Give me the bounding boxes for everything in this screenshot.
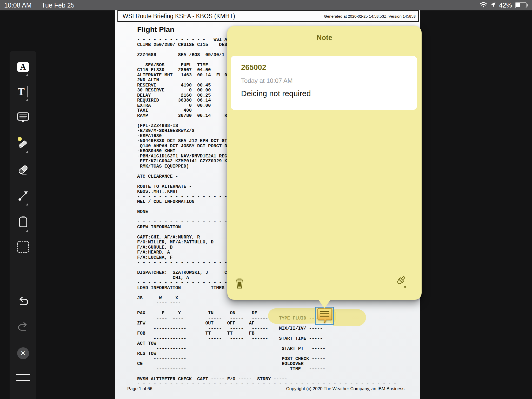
flight-plan-heading: Flight Plan <box>137 25 174 34</box>
submenu-indicator <box>26 229 28 232</box>
popup-tail <box>318 299 331 309</box>
redo-icon <box>17 322 29 333</box>
status-time: 10:08 AM <box>4 2 32 9</box>
clipboard-icon <box>17 215 29 229</box>
note-tool-icon <box>17 112 29 125</box>
battery-nub <box>527 4 528 6</box>
eraser-icon <box>17 164 30 177</box>
note-text: Deicing not required <box>241 89 311 98</box>
undo-icon <box>17 296 29 308</box>
redo-button[interactable] <box>10 320 36 335</box>
battery-percent: 42% <box>499 2 512 9</box>
eraser-tool[interactable] <box>10 163 36 177</box>
document-header: WSI Route Briefing KSEA - KBOS (KMHT) Ge… <box>117 10 419 22</box>
note-tool[interactable] <box>10 111 36 125</box>
note-card[interactable]: 265002 Today at 10:07 AM Deicing not req… <box>231 56 417 110</box>
selection-icon <box>17 241 29 253</box>
wifi-icon <box>480 2 487 9</box>
delete-note-button[interactable] <box>234 277 245 290</box>
note-timestamp: Today at 10:07 AM <box>241 77 293 84</box>
note-popup: Note 265002 Today at 10:07 AM Deicing no… <box>227 26 422 300</box>
note-popup-title: Note <box>227 34 422 42</box>
copyright: Copyright (c) 2020 The Weather Company, … <box>286 386 404 391</box>
status-date: Tue Feb 25 <box>42 2 75 9</box>
font-style-tool[interactable]: A <box>10 60 36 74</box>
highlighter-icon <box>17 137 30 151</box>
page-number: Page 1 of 66 <box>127 386 152 391</box>
close-button[interactable]: ✕ <box>10 346 36 361</box>
submenu-indicator <box>26 74 28 76</box>
paintbrush-icon <box>393 286 408 290</box>
submenu-indicator <box>26 203 28 205</box>
highlighter-tool[interactable] <box>10 136 36 151</box>
selection-tool[interactable] <box>10 240 36 254</box>
trash-icon <box>234 286 245 290</box>
close-icon: ✕ <box>17 347 29 359</box>
arrow-line-icon <box>17 190 29 203</box>
battery-icon <box>515 2 527 8</box>
note-id: 265002 <box>241 63 266 72</box>
note-annotation-icon[interactable] <box>317 308 332 325</box>
clipboard-tool[interactable] <box>10 215 36 229</box>
generated-label: Generated at 2020-02-25 14:58:53Z ,Versi… <box>324 14 418 18</box>
style-brush-button[interactable] <box>393 275 408 290</box>
text-tool[interactable]: T <box>10 84 36 99</box>
submenu-indicator <box>26 150 28 153</box>
undo-button[interactable] <box>10 295 36 309</box>
location-icon <box>490 2 496 9</box>
font-style-icon: A <box>17 62 29 72</box>
document-title: WSI Route Briefing KSEA - KBOS (KMHT) <box>118 13 235 20</box>
annotation-toolbar: A T <box>10 51 36 399</box>
drag-handle[interactable] <box>10 370 36 385</box>
highlight-annotation[interactable] <box>330 309 366 326</box>
arrow-tool[interactable] <box>10 189 36 203</box>
submenu-indicator <box>26 98 28 101</box>
text-tool-icon: T <box>18 87 25 97</box>
status-bar: 10:08 AM Tue Feb 25 42% <box>0 0 532 10</box>
screen: 10:08 AM Tue Feb 25 42% A <box>0 0 532 399</box>
